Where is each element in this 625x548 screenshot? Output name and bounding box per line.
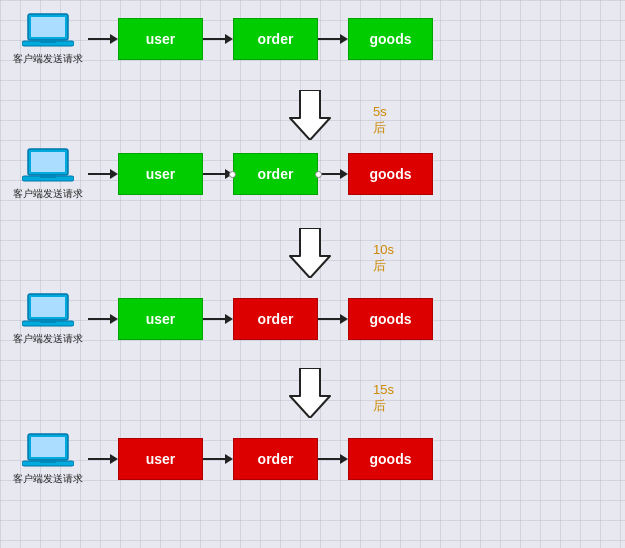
arrow-1 — [318, 314, 348, 324]
service-box-order: order — [233, 18, 318, 60]
client-block: 客户端发送请求 — [8, 432, 88, 486]
service-wrapper-user-4: user — [118, 438, 203, 480]
down-arrow-svg — [285, 368, 335, 418]
service-wrapper-goods-1: goods — [348, 18, 433, 60]
service-row-2: 客户端发送请求userordergoods — [0, 147, 625, 201]
service-wrapper-goods-2: goods — [348, 153, 433, 195]
laptop-icon — [22, 12, 74, 50]
service-wrapper-order-3: order — [233, 298, 318, 340]
client-label: 客户端发送请求 — [13, 187, 83, 201]
dot-right — [315, 171, 322, 178]
svg-rect-15 — [40, 460, 56, 463]
client-block: 客户端发送请求 — [8, 292, 88, 346]
service-box-goods: goods — [348, 298, 433, 340]
service-wrapper-user-3: user — [118, 298, 203, 340]
service-wrapper-user-1: user — [118, 18, 203, 60]
service-box-user: user — [118, 153, 203, 195]
time-label: 5s后 — [373, 104, 387, 137]
down-arrow — [285, 228, 335, 282]
arrow-1 — [318, 454, 348, 464]
down-arrow-svg — [285, 228, 335, 278]
service-box-goods: goods — [348, 18, 433, 60]
service-wrapper-order-4: order — [233, 438, 318, 480]
service-row-3: 客户端发送请求userordergoods — [0, 292, 625, 346]
down-arrow — [285, 90, 335, 144]
laptop-icon — [22, 292, 74, 330]
arrow-0 — [203, 314, 233, 324]
arrow-1 — [318, 34, 348, 44]
svg-rect-11 — [40, 320, 56, 323]
service-box-goods: goods — [348, 153, 433, 195]
client-block: 客户端发送请求 — [8, 147, 88, 201]
svg-marker-16 — [290, 90, 330, 140]
client-label: 客户端发送请求 — [13, 332, 83, 346]
service-box-order: order — [233, 298, 318, 340]
laptop-icon — [22, 432, 74, 470]
time-label: 10s后 — [373, 242, 394, 275]
client-block: 客户端发送请求 — [8, 12, 88, 66]
service-wrapper-goods-3: goods — [348, 298, 433, 340]
service-row-1: 客户端发送请求userordergoods — [0, 12, 625, 66]
svg-rect-3 — [40, 40, 56, 43]
arrow-client-to-user — [88, 34, 118, 44]
service-wrapper-order-2: order — [233, 153, 318, 195]
arrow-client-to-user — [88, 169, 118, 179]
svg-rect-13 — [31, 437, 65, 457]
service-box-user: user — [118, 18, 203, 60]
laptop-icon — [22, 147, 74, 185]
down-arrow — [285, 368, 335, 422]
transition-3: 15s后 — [285, 368, 335, 422]
arrow-0 — [203, 34, 233, 44]
svg-marker-17 — [290, 228, 330, 278]
client-label: 客户端发送请求 — [13, 52, 83, 66]
service-wrapper-user-2: user — [118, 153, 203, 195]
arrow-1 — [318, 169, 348, 179]
service-box-user: user — [118, 438, 203, 480]
arrow-client-to-user — [88, 454, 118, 464]
svg-rect-5 — [31, 152, 65, 172]
service-box-goods: goods — [348, 438, 433, 480]
service-box-order: order — [233, 153, 318, 195]
svg-rect-7 — [40, 175, 56, 178]
svg-marker-18 — [290, 368, 330, 418]
client-label: 客户端发送请求 — [13, 472, 83, 486]
transition-2: 10s后 — [285, 228, 335, 282]
service-wrapper-goods-4: goods — [348, 438, 433, 480]
service-row-4: 客户端发送请求userordergoods — [0, 432, 625, 486]
service-wrapper-order-1: order — [233, 18, 318, 60]
svg-rect-1 — [31, 17, 65, 37]
service-box-user: user — [118, 298, 203, 340]
service-box-order: order — [233, 438, 318, 480]
dot-left — [229, 171, 236, 178]
arrow-0 — [203, 454, 233, 464]
transition-1: 5s后 — [285, 90, 335, 144]
diagram-container: 客户端发送请求userordergoods 客户端发送请求userordergo… — [0, 0, 625, 548]
arrow-client-to-user — [88, 314, 118, 324]
down-arrow-svg — [285, 90, 335, 140]
svg-rect-9 — [31, 297, 65, 317]
time-label: 15s后 — [373, 382, 394, 415]
